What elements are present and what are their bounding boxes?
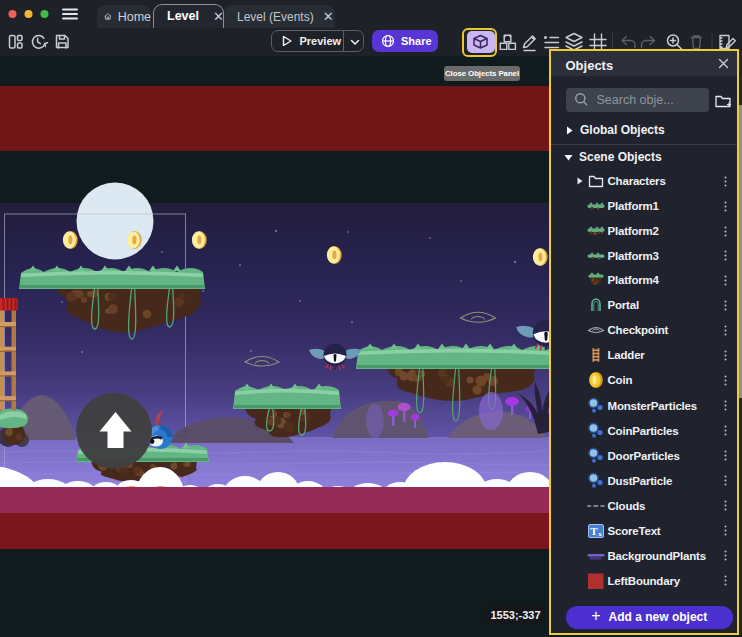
svg-text:x: x xyxy=(598,530,602,538)
svg-text:T: T xyxy=(590,524,598,536)
